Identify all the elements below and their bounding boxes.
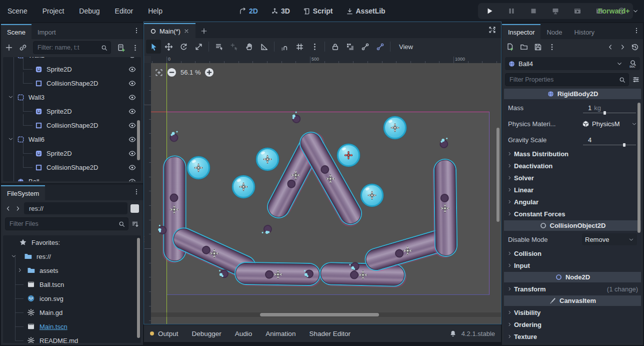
canvas-hscrollbar[interactable] bbox=[260, 313, 379, 316]
tabstrip-menu[interactable] bbox=[633, 27, 640, 36]
filesystem-scrollbar[interactable] bbox=[137, 238, 140, 338]
ball-selected[interactable] bbox=[337, 144, 360, 167]
menu-debug[interactable]: Debug bbox=[72, 7, 107, 15]
run-remote-debug[interactable] bbox=[548, 4, 563, 18]
move-gizmo[interactable] bbox=[274, 270, 282, 279]
group-angular[interactable]: Angular bbox=[504, 196, 641, 208]
split-mode-button[interactable] bbox=[130, 204, 139, 213]
filter-files-box[interactable] bbox=[5, 217, 128, 230]
tab-node[interactable]: Node bbox=[540, 24, 568, 39]
file-main-gd[interactable]: Main.gd bbox=[3, 305, 141, 319]
chevron-down-icon[interactable] bbox=[11, 253, 16, 260]
tool-move-point[interactable] bbox=[226, 40, 242, 54]
history-chevron-left[interactable] bbox=[607, 44, 614, 51]
tune-icon[interactable] bbox=[632, 76, 640, 84]
tab-filesystem[interactable]: FileSystem bbox=[1, 185, 45, 200]
mode-2d[interactable]: 2D bbox=[239, 7, 258, 15]
file-main-tscn[interactable]: Main.tscn bbox=[3, 319, 141, 333]
chevron-down-icon[interactable] bbox=[8, 136, 14, 143]
group-ordering[interactable]: Ordering bbox=[504, 318, 641, 330]
sort-icon[interactable] bbox=[132, 220, 139, 228]
wall-capsule[interactable] bbox=[434, 160, 457, 256]
eye-icon[interactable] bbox=[128, 136, 136, 143]
insp-dots[interactable] bbox=[548, 43, 556, 51]
eye-icon[interactable] bbox=[128, 108, 136, 115]
run-stop[interactable] bbox=[526, 4, 541, 18]
fullscreen-icon[interactable] bbox=[488, 26, 496, 34]
tree-row-collisionshape2d[interactable]: CollisionShape2D bbox=[3, 76, 141, 90]
move-gizmo[interactable] bbox=[404, 246, 412, 255]
plus-icon[interactable] bbox=[5, 44, 13, 52]
tool-group[interactable] bbox=[342, 40, 358, 54]
scene-tab-main-[interactable]: Main(*) bbox=[144, 23, 196, 38]
file-readme-md[interactable]: README.md bbox=[3, 333, 141, 343]
group-constant-forces[interactable]: Constant Forces bbox=[504, 208, 641, 220]
tool-select[interactable] bbox=[146, 40, 161, 54]
filter-properties-box[interactable] bbox=[505, 73, 629, 86]
tab-inspector[interactable]: Inspector bbox=[502, 24, 540, 39]
inspector-scrollbar[interactable] bbox=[638, 103, 640, 233]
selected-move-gizmo[interactable] bbox=[344, 151, 353, 160]
filter-properties-input[interactable] bbox=[508, 76, 619, 84]
dots-icon[interactable] bbox=[132, 44, 139, 52]
bottom-tab-debugger[interactable]: Debugger bbox=[192, 330, 230, 337]
mode-3d[interactable]: 3D bbox=[271, 7, 290, 15]
tab-import[interactable]: Import bbox=[32, 24, 62, 39]
plus-circle-icon[interactable] bbox=[204, 68, 214, 77]
eye-icon[interactable] bbox=[128, 178, 136, 182]
bottom-tab-output[interactable]: Output bbox=[158, 330, 187, 337]
group-solver[interactable]: Solver bbox=[504, 172, 641, 184]
tree-row-ball[interactable]: Ball bbox=[3, 174, 141, 181]
view-menu-button[interactable]: View bbox=[393, 40, 419, 54]
tool-snap-grid[interactable] bbox=[292, 40, 307, 54]
run-play-scene[interactable] bbox=[570, 4, 585, 18]
ball[interactable] bbox=[360, 184, 384, 207]
move-gizmo[interactable] bbox=[291, 171, 300, 180]
insp-new-resource[interactable] bbox=[506, 43, 514, 51]
file-favorites-[interactable]: Favorites: bbox=[3, 235, 141, 249]
forward-icon[interactable] bbox=[14, 205, 21, 212]
menu-help[interactable]: Help bbox=[140, 7, 170, 15]
chevron-down-icon[interactable] bbox=[8, 94, 14, 101]
slider-grabber[interactable] bbox=[604, 111, 606, 115]
scene-filter-box[interactable] bbox=[33, 41, 111, 54]
file-ball-tscn[interactable]: Ball.tscn bbox=[3, 277, 141, 291]
new-tab-icon[interactable] bbox=[200, 28, 208, 35]
group-input[interactable]: Input bbox=[504, 259, 641, 271]
canvas-vscrollbar[interactable] bbox=[496, 128, 500, 222]
menu-editor[interactable]: Editor bbox=[108, 7, 141, 15]
group-collision[interactable]: Collision bbox=[504, 247, 641, 259]
center-focus-icon[interactable] bbox=[155, 69, 163, 77]
group-texture[interactable]: Texture bbox=[504, 330, 641, 342]
tree-row-collisionshape2d[interactable]: CollisionShape2D bbox=[3, 160, 141, 174]
run-pause[interactable] bbox=[504, 4, 519, 18]
bottom-tab-shader-editor[interactable]: Shader Editor bbox=[309, 330, 359, 337]
insp-save[interactable] bbox=[534, 43, 542, 51]
path-input[interactable] bbox=[28, 204, 124, 213]
wall-capsule[interactable] bbox=[320, 263, 404, 286]
file-assets[interactable]: assets bbox=[3, 263, 141, 277]
menu-project[interactable]: Project bbox=[35, 7, 72, 15]
close-icon[interactable] bbox=[184, 28, 190, 34]
ball[interactable] bbox=[187, 156, 210, 179]
run-play[interactable] bbox=[482, 4, 497, 18]
scene-filter-input[interactable] bbox=[36, 44, 101, 52]
group-linear[interactable]: Linear bbox=[504, 184, 641, 196]
path-box[interactable] bbox=[24, 202, 128, 214]
renderer-select[interactable]: Forward+ bbox=[598, 0, 638, 22]
move-gizmo[interactable] bbox=[210, 249, 219, 258]
group-visibility[interactable]: Visibility bbox=[504, 306, 641, 318]
bottom-tab-animation[interactable]: Animation bbox=[266, 330, 304, 337]
tool-move[interactable] bbox=[161, 40, 176, 54]
move-gizmo[interactable] bbox=[358, 270, 368, 279]
move-gizmo[interactable] bbox=[239, 182, 248, 191]
eye-icon[interactable] bbox=[128, 150, 136, 157]
ball[interactable] bbox=[384, 116, 406, 139]
eye-icon[interactable] bbox=[128, 122, 136, 129]
move-gizmo[interactable] bbox=[170, 205, 178, 214]
tab-history[interactable]: History bbox=[568, 24, 600, 39]
scene-tree-scrollbar[interactable] bbox=[137, 120, 140, 160]
history-chevron-right[interactable] bbox=[619, 44, 626, 51]
mode-script[interactable]: Script bbox=[303, 7, 333, 15]
back-icon[interactable] bbox=[5, 205, 12, 212]
